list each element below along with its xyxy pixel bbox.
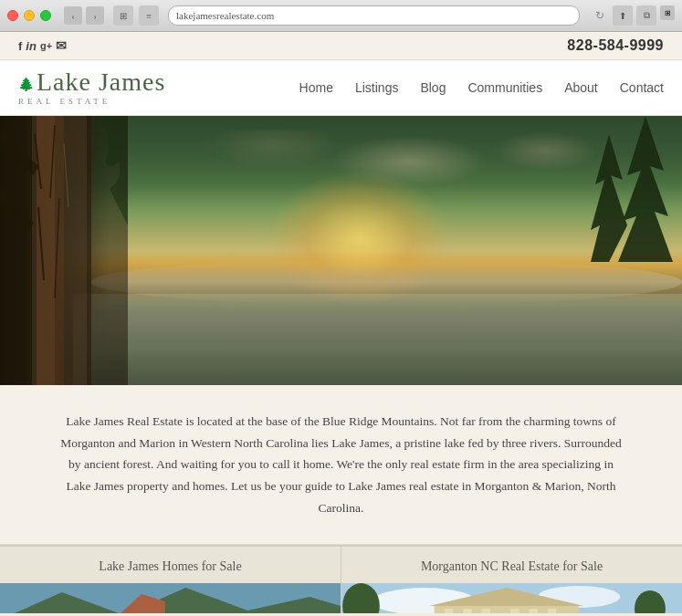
svg-rect-8: [0, 116, 32, 385]
svg-rect-28: [530, 609, 538, 613]
refresh-button[interactable]: ↻: [593, 8, 607, 23]
hero-tree-svg: [0, 116, 128, 385]
website-content: f in g+ ✉ 828-584-9999 🌲Lake James REAL …: [0, 32, 682, 613]
browser-nav: ‹ ›: [64, 6, 104, 25]
maximize-button[interactable]: [40, 10, 51, 21]
hero-mist: [91, 259, 682, 305]
linkedin-icon[interactable]: in: [26, 39, 37, 53]
logo-subtitle: REAL ESTATE: [18, 97, 110, 106]
reader-view-button[interactable]: ≡: [139, 5, 159, 26]
cards-section: Lake James Homes for Sale: [0, 545, 682, 613]
nav-home[interactable]: Home: [299, 80, 333, 95]
back-button[interactable]: ‹: [64, 6, 82, 25]
email-icon[interactable]: ✉: [56, 38, 67, 53]
description-text: Lake James Real Estate is located at the…: [55, 411, 627, 518]
svg-rect-26: [482, 609, 490, 613]
nav-communities[interactable]: Communities: [467, 80, 542, 95]
nav-contact[interactable]: Contact: [620, 80, 664, 95]
card-lake-james-homes[interactable]: Lake James Homes for Sale: [0, 547, 341, 613]
googleplus-icon[interactable]: g+: [40, 40, 52, 51]
card-morganton[interactable]: Morganton NC Real Estate for Sale: [341, 547, 682, 613]
svg-rect-2: [55, 116, 64, 385]
url-text: lakejamesrealestate.com: [176, 10, 274, 21]
share-button[interactable]: ⬆: [613, 5, 633, 26]
homes-illustration: [0, 583, 341, 613]
svg-rect-25: [463, 609, 471, 613]
description-section: Lake James Real Estate is located at the…: [0, 385, 682, 545]
site-header: 🌲Lake James REAL ESTATE Home Listings Bl…: [0, 60, 682, 116]
close-button[interactable]: [7, 10, 18, 21]
browser-chrome: ‹ › ⊞ ≡ lakejamesrealestate.com ↻ ⬆ ⧉ ⊞: [0, 0, 682, 32]
browser-titlebar: ‹ › ⊞ ≡ lakejamesrealestate.com ↻ ⬆ ⧉ ⊞: [0, 0, 682, 31]
svg-rect-24: [445, 609, 453, 613]
logo[interactable]: 🌲Lake James REAL ESTATE: [18, 69, 165, 106]
phone-number: 828-584-9999: [567, 37, 664, 54]
page-view-button[interactable]: ⊞: [113, 5, 133, 26]
nav-about[interactable]: About: [564, 80, 598, 95]
svg-rect-29: [510, 609, 519, 613]
minimize-button[interactable]: [24, 10, 35, 21]
browser-view-buttons: ⊞ ≡: [113, 5, 159, 26]
logo-tree-icon: 🌲: [18, 78, 35, 91]
card-morganton-image: [341, 583, 682, 613]
social-icons: f in g+ ✉: [18, 38, 67, 53]
resize-button[interactable]: ⊞: [660, 5, 675, 20]
facebook-icon[interactable]: f: [18, 39, 22, 53]
nav-blog[interactable]: Blog: [420, 80, 446, 95]
main-navigation: Home Listings Blog Communities About Con…: [299, 80, 664, 95]
address-bar[interactable]: lakejamesrealestate.com: [168, 5, 580, 26]
card-morganton-title: Morganton NC Real Estate for Sale: [412, 547, 612, 583]
browser-actions: ⬆ ⧉ ⊞: [613, 5, 675, 26]
svg-rect-23: [435, 606, 579, 613]
morganton-illustration: [341, 583, 682, 613]
hero-water: [73, 294, 682, 385]
hero-forest-svg: [591, 116, 682, 262]
card-lake-james-image: [0, 583, 341, 613]
hero-image: [0, 116, 682, 385]
forward-button[interactable]: ›: [86, 6, 104, 25]
new-tab-button[interactable]: ⧉: [636, 5, 656, 26]
svg-rect-27: [548, 609, 556, 613]
logo-name: 🌲Lake James: [18, 69, 165, 95]
nav-listings[interactable]: Listings: [355, 80, 398, 95]
card-lake-james-title: Lake James Homes for Sale: [89, 547, 250, 583]
top-bar: f in g+ ✉ 828-584-9999: [0, 32, 682, 60]
svg-rect-1: [37, 116, 55, 385]
